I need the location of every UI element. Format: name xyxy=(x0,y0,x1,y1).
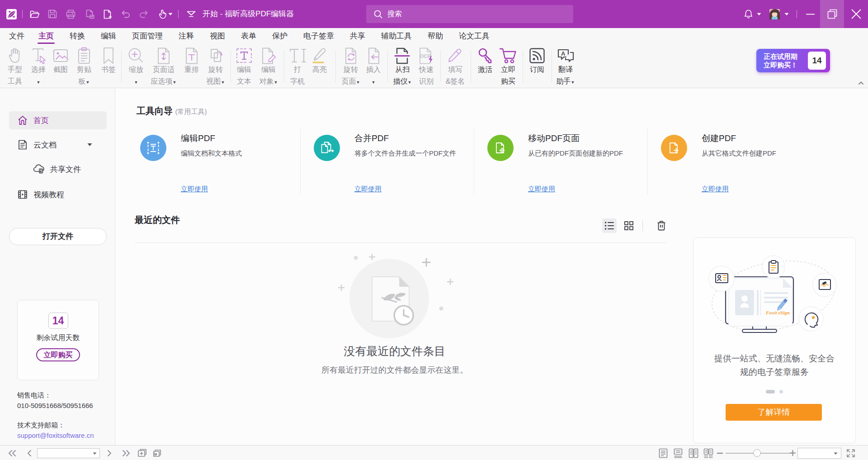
svg-text:Foxit eSign: Foxit eSign xyxy=(765,310,790,315)
svg-text:OCR: OCR xyxy=(420,53,431,59)
svg-text:A: A xyxy=(561,50,566,57)
